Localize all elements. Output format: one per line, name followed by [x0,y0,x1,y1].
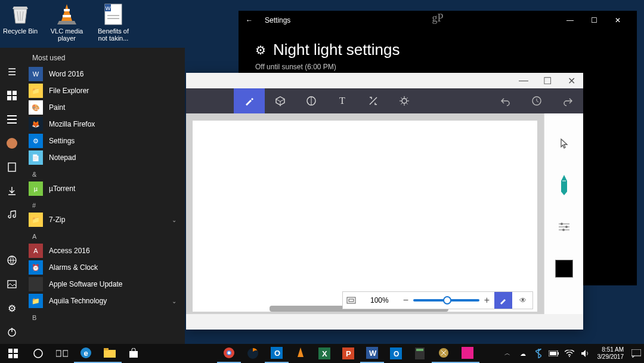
taskbar-outlook2[interactable]: O [384,344,408,363]
canvas-area[interactable] [186,113,544,314]
taskbar-calculator[interactable] [408,344,432,363]
power-icon[interactable] [0,320,24,344]
paint3d-titlebar[interactable]: — ☐ ✕ [186,73,583,88]
close-icon[interactable]: ✕ [559,73,583,88]
svg-rect-20 [8,163,16,171]
fit-screen-icon[interactable] [346,296,356,305]
taskbar-outlook[interactable]: O [265,344,289,363]
app-item-paint[interactable]: 🎨Paint [24,99,185,116]
app-item-settings[interactable]: ⚙Settings [24,133,185,149]
taskbar-firefox[interactable] [241,344,265,363]
desktop-icon-doc[interactable]: W Benefits of not takin... [95,2,131,42]
sticker-tool-button[interactable] [296,88,327,113]
brush-mode-button[interactable] [494,292,512,309]
tray-wifi-icon[interactable] [562,344,577,363]
taskbar-excel[interactable]: X [312,344,336,363]
desktop-icon-recycle-bin[interactable]: Recycle Bin [2,2,38,42]
text-tool-button[interactable]: T [327,88,358,113]
undo-button[interactable] [490,88,521,113]
app-item-firefox[interactable]: 🦊Mozilla Firefox [24,116,185,133]
svg-rect-56 [550,352,556,355]
music-icon[interactable] [0,203,24,227]
back-icon[interactable]: ← [246,16,253,24]
effects-tool-button[interactable] [389,88,420,113]
taskbar-file-explorer[interactable] [98,344,122,363]
svg-rect-58 [631,349,641,356]
desktop-icon-vlc[interactable]: VLC media player [49,2,85,42]
tray-bluetooth-icon[interactable] [531,344,546,363]
tray-onedrive-icon[interactable]: ☁ [515,344,531,363]
start-button[interactable] [0,344,26,363]
svg-text:W: W [106,5,111,11]
hamburger-icon[interactable]: ☰ [0,60,24,84]
settings-titlebar-label: Settings [265,16,290,24]
documents-icon[interactable] [0,155,24,179]
eye-icon[interactable]: 👁 [517,296,529,304]
task-view-button[interactable] [50,344,74,363]
settings-subtitle: Off until sunset (6:00 PM) [255,63,620,71]
marker-tool[interactable] [552,173,576,197]
app-item-file-explorer[interactable]: 📁File Explorer [24,82,185,99]
taskbar-vlc[interactable] [289,344,312,363]
start-app-list[interactable]: Most usedWWord 2016📁File Explorer🎨Paint🦊… [24,48,185,344]
color-swatch[interactable] [552,257,576,281]
cortana-button[interactable] [26,344,50,363]
history-button[interactable] [521,88,552,113]
utorrent-icon: µ [29,182,43,196]
file-explorer-icon: 📁 [29,84,43,98]
canvas-tool-button[interactable] [358,88,389,113]
app-item-notepad[interactable]: 📄Notepad [24,149,185,166]
svg-point-10 [561,223,563,225]
zoom-in-button[interactable]: + [484,295,490,306]
minimize-icon[interactable]: — [512,73,535,88]
taskbar-store[interactable] [122,344,145,363]
redo-button[interactable] [552,88,583,113]
network-icon[interactable] [0,248,24,272]
sliders-icon[interactable] [552,215,576,239]
brush-tool-button[interactable] [234,88,265,113]
close-icon[interactable]: ✕ [606,11,630,30]
select-tool[interactable] [552,131,576,155]
list-header: A [24,228,185,242]
settings-icon[interactable]: ⚙ [0,296,24,320]
chevron-down-icon: ⌄ [172,298,177,304]
pictures-icon[interactable] [0,272,24,296]
action-center-icon[interactable] [628,344,644,363]
svg-point-38 [228,352,231,355]
maximize-icon[interactable]: ☐ [535,73,559,88]
desktop-label: VLC media player [49,27,85,42]
app-item-alarms[interactable]: ⏰Alarms & Clock [24,259,185,276]
recycle-bin-icon [8,2,32,26]
tray-battery-icon[interactable] [546,344,562,363]
app-label: µTorrent [49,184,75,193]
taskbar-paint3d[interactable] [456,344,479,363]
downloads-icon[interactable] [0,179,24,203]
svg-rect-35 [129,351,138,358]
zoom-slider[interactable] [413,299,479,302]
taskbar-powerpoint[interactable]: P [336,344,360,363]
zoom-out-button[interactable]: − [403,295,408,306]
app-item-utorrent[interactable]: µµTorrent [24,180,185,197]
app-item-apple-su[interactable]: Apple Software Update [24,276,185,293]
taskbar-edge[interactable]: e [74,344,98,363]
maximize-icon[interactable]: ☐ [582,11,606,30]
app-label: File Explorer [49,87,89,95]
minimize-icon[interactable]: — [558,11,582,30]
canvas[interactable] [193,121,537,312]
taskbar-word[interactable]: W [360,344,384,363]
rail-tiles-icon[interactable] [0,84,24,107]
3d-tool-button[interactable] [265,88,296,113]
svg-text:X: X [322,349,327,358]
app-item-aquila[interactable]: 📁Aquila Technology⌄ [24,293,185,309]
taskbar-snip[interactable] [432,344,456,363]
rail-list-icon[interactable] [0,107,24,131]
app-item-word[interactable]: WWord 2016 [24,66,185,82]
app-item-7zip[interactable]: 📁7-Zip⌄ [24,211,185,228]
taskbar-chrome[interactable] [217,344,241,363]
clock[interactable]: 8:51 AM 3/29/2017 [593,346,629,361]
app-item-access[interactable]: AAccess 2016 [24,242,185,259]
settings-icon: ⚙ [29,134,43,148]
tray-volume-icon[interactable] [577,344,593,363]
user-avatar[interactable] [0,131,24,155]
tray-chevron-up-icon[interactable]: ︿ [500,344,515,363]
